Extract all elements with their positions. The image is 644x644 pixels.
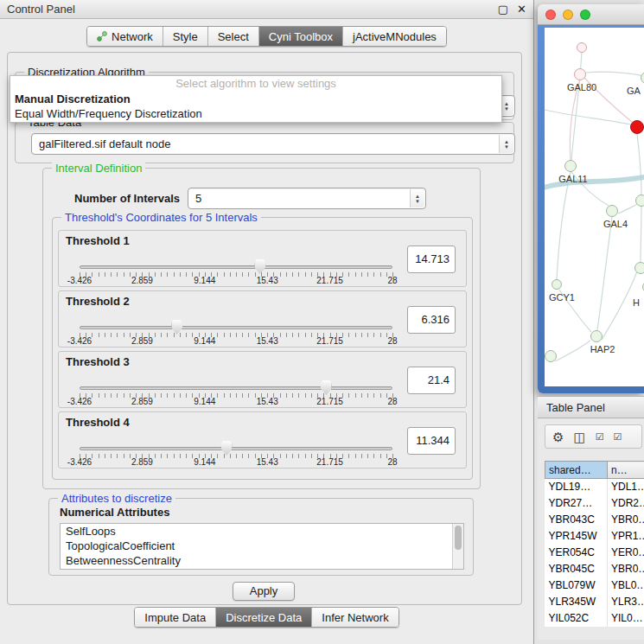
table-cell[interactable]: YBR0… [608,512,644,528]
network-node[interactable] [552,279,562,290]
slider-scale: -3.426 2.859 9.144 15.43 21.715 28 [80,336,392,347]
dropdown-options: Manual Discretization Equal Width/Freque… [10,92,501,121]
network-node[interactable] [635,194,644,207]
table-cell[interactable]: YDR27… [545,495,608,512]
slider-scale: -3.426 2.859 9.144 15.43 21.715 28 [80,457,392,468]
network-node-label: GAL4 [603,219,628,229]
attribute-item[interactable]: SelfLoops [61,524,463,539]
threshold-value-field[interactable]: 21.4 [407,367,456,394]
table-row[interactable]: YPR145W YPR1… [545,528,644,545]
table-cell[interactable]: YDL1… [608,479,644,495]
table-cell[interactable]: YPR145W [545,528,608,545]
table-row[interactable]: YLR345W YLR3… [545,594,644,610]
scale-label: -3.426 [67,397,92,406]
threshold-value-field[interactable]: 14.713 [407,245,456,273]
table-cell[interactable]: YBR043C [545,512,608,528]
table-cell[interactable]: YLR3… [608,594,644,610]
table-panel-title: Table Panel [546,401,605,414]
table-cell[interactable]: YLR345W [545,594,608,610]
network-node[interactable] [574,68,586,80]
tab-cyni-toolbox[interactable]: Cyni Toolbox [259,27,343,46]
tab-impute-data[interactable]: Impute Data [135,608,216,627]
scale-label: 21.715 [316,276,343,285]
close-icon[interactable]: ✕ [517,3,526,16]
table-row[interactable]: YBR043C YBR0… [545,512,644,528]
table-row[interactable]: YIL052C YIL0… [545,610,644,627]
num-intervals-combobox[interactable]: 5 ▲▼ [188,188,426,209]
network-node[interactable] [630,120,644,134]
tab-select[interactable]: Select [208,27,259,46]
threshold-value-field[interactable]: 11.344 [407,427,456,455]
table-cell[interactable]: YIL0… [608,610,644,627]
scrollbar-thumb[interactable] [455,526,462,550]
mac-close-button[interactable] [545,10,556,20]
tab-jactivemnodules[interactable]: jActiveMNodules [343,27,446,46]
control-panel-window: Control Panel ▢ ✕ Network Style Select C… [0,0,534,644]
table-row[interactable]: YBL079W YBL0… [545,577,644,594]
num-intervals-label: Number of Intervals [74,192,180,205]
threshold-slider[interactable] [80,386,392,390]
threshold-slider[interactable] [80,447,392,450]
table-cell[interactable]: YBL0… [608,577,644,594]
select-none-icon[interactable]: ☑ [614,432,622,442]
threshold-value-field[interactable]: 6.316 [407,306,456,334]
tab-label: Network [112,30,153,43]
table-row[interactable]: YER054C YER0… [545,545,644,561]
network-node[interactable] [577,42,587,53]
top-tab-bar: Network Style Select Cyni Toolbox jActiv… [0,26,533,47]
attributes-scrollbar[interactable] [452,524,463,569]
table-data-combobox[interactable]: galFiltered.sif default node ▲▼ [31,133,515,155]
network-window-frame: GAL80GAGAL11GAL4GCY1HAP2H [538,25,644,393]
table-cell[interactable]: YER054C [545,545,608,561]
network-node[interactable] [545,350,557,362]
scale-label: 28 [387,457,397,467]
threshold-label: Threshold 2 [66,295,130,308]
table-cell[interactable]: YPR1… [608,528,644,545]
tab-infer-network[interactable]: Infer Network [312,608,398,627]
network-canvas[interactable]: GAL80GAGAL11GAL4GCY1HAP2H [545,28,644,386]
table-cell[interactable]: YBL079W [545,577,608,594]
tab-network[interactable]: Network [87,27,163,46]
table-cell[interactable]: YDR2… [608,495,644,512]
scale-label: 15.43 [257,336,278,346]
tab-style[interactable]: Style [163,27,208,46]
table-cell[interactable]: YDL19… [545,479,608,495]
column-header-name[interactable]: n… [608,462,644,479]
scale-label: 21.715 [316,397,343,406]
network-node[interactable] [634,262,644,274]
table-cell[interactable]: YBR045C [545,561,608,577]
select-all-icon[interactable]: ☑ [596,432,604,442]
table-cell[interactable]: YIL052C [545,610,608,627]
gear-icon[interactable]: ⚙ [552,430,564,443]
table-row[interactable]: YDR27… YDR2… [545,495,644,512]
scale-label: 2.859 [131,276,153,285]
mac-zoom-button[interactable] [580,10,590,20]
table-cell[interactable]: YER0… [608,545,644,561]
column-header-shared-name[interactable]: shared… [545,462,608,479]
table-rows: YDL19… YDL1… YDR27… YDR2… YBR043C YBR0… … [545,479,644,627]
attributes-group-title: Attributes to discretize [58,492,175,505]
thresholds-group-title: Threshold's Coordinates for 5 Intervals [61,211,261,224]
mac-minimize-button[interactable] [563,10,573,20]
threshold-slider[interactable] [80,265,392,269]
dropdown-option[interactable]: Manual Discretization [10,92,501,106]
network-view-window: GAL80GAGAL11GAL4GCY1HAP2H [538,4,644,393]
attributes-list[interactable]: SelfLoops TopologicalCoefficient Between… [60,523,464,570]
table-row[interactable]: YBR045C YBR0… [545,561,644,577]
columns-icon[interactable]: ◫ [573,430,585,443]
network-node[interactable] [564,160,577,172]
attribute-item[interactable]: TopologicalCoefficient [61,539,463,553]
apply-button[interactable]: Apply [233,582,295,601]
network-node-label: GAL11 [558,174,587,184]
threshold-block: Threshold 2 -3.426 2.859 9.144 15.43 21.… [58,290,467,348]
network-node[interactable] [590,330,603,342]
float-window-icon[interactable]: ▢ [498,3,508,16]
network-node[interactable] [606,205,618,217]
table-row[interactable]: YDL19… YDL1… [545,479,644,495]
slider-scale: -3.426 2.859 9.144 15.43 21.715 28 [80,397,392,407]
attribute-item[interactable]: BetweennessCentrality [61,553,463,568]
threshold-slider[interactable] [80,326,392,329]
table-cell[interactable]: YBR0… [608,561,644,577]
tab-discretize-data[interactable]: Discretize Data [216,608,312,627]
dropdown-option[interactable]: Equal Width/Frequency Discretization [10,106,501,121]
